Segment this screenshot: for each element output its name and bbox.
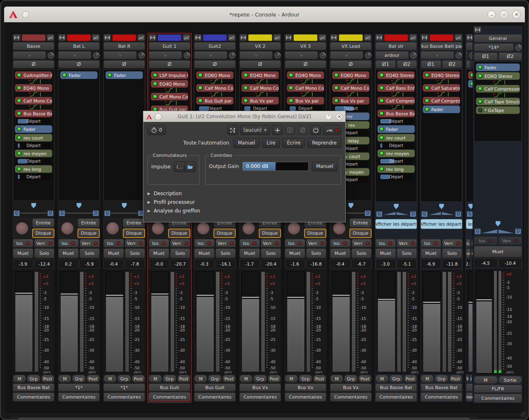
automation-play-button[interactable]: Lire [262, 138, 280, 148]
comments-button[interactable]: Commentaires [474, 394, 522, 403]
pan-widget[interactable]: GD [474, 220, 522, 236]
processor-calf-saturator[interactable]: Calf Saturator [423, 84, 460, 92]
mute-button[interactable]: Muet [285, 248, 305, 258]
plugin-active-led[interactable] [425, 107, 429, 112]
gain-fader[interactable] [196, 271, 214, 372]
processor-rev-long[interactable]: rev long [377, 165, 415, 173]
impulse-file-button[interactable]: (... [174, 161, 196, 172]
processor-bus-basse-batt-p[interactable]: Bus Basse Batt p [15, 110, 52, 117]
automation-manual-button[interactable]: Manuel [233, 138, 260, 148]
send-depart[interactable]: Départ [379, 142, 413, 149]
phase-invert-button[interactable]: Ø [285, 60, 326, 68]
output-gain-slider[interactable]: 0.000 dB [242, 162, 309, 171]
monitor-input-button[interactable]: Entrée [123, 218, 145, 228]
processor-calf-mono-comp[interactable]: Calf Mono Comp [15, 97, 52, 105]
narrow-width-button[interactable] [330, 34, 338, 41]
plugin-active-led[interactable] [334, 98, 339, 103]
pan-position-pointer[interactable] [394, 204, 399, 209]
processor-rev-long[interactable]: rev long [15, 165, 52, 173]
plugin-active-led[interactable] [153, 73, 157, 77]
gain-fader[interactable] [151, 271, 169, 372]
monitor-knob[interactable] [15, 222, 29, 235]
bypass-button[interactable] [310, 125, 321, 135]
strip-name-button[interactable]: Général [474, 34, 522, 42]
comments-button[interactable]: Commentaires [194, 392, 236, 401]
monitor-knob[interactable] [61, 222, 74, 235]
processor-rev-court[interactable]: rev court [15, 134, 52, 142]
plugin-active-led[interactable] [478, 86, 482, 91]
delete-preset-button[interactable] [297, 125, 308, 135]
peak-value[interactable]: -10.4 [499, 258, 522, 268]
mute-button[interactable]: Muet [239, 248, 260, 258]
mute-button[interactable]: Muet [194, 248, 215, 258]
add-preset-button[interactable] [272, 125, 283, 135]
narrow-width-button[interactable] [239, 34, 247, 41]
processor-fader[interactable]: Fader [377, 125, 415, 133]
plugin-active-led[interactable] [379, 135, 384, 140]
monitor-knob[interactable] [197, 222, 210, 235]
solo-isolate-button[interactable]: Iso. [330, 239, 351, 247]
gain-fader[interactable] [332, 271, 350, 372]
monitor-disk-button[interactable]: Disque [213, 229, 236, 238]
mute-button[interactable]: Muet [466, 248, 470, 258]
monitor-knob-cell[interactable] [103, 218, 122, 238]
processor-eq4q-mono[interactable]: EQ4Q Mono [241, 71, 279, 79]
pan-widget[interactable]: GD [58, 202, 100, 217]
plugin-active-led[interactable] [289, 73, 293, 77]
output-routing-button[interactable]: *1* [58, 383, 100, 392]
phase-invert-button[interactable]: Ø [149, 60, 190, 68]
comments-button[interactable]: Commentaires [58, 392, 100, 401]
input-source-button[interactable]: - [421, 51, 454, 59]
group-button[interactable]: Grp [435, 375, 448, 383]
narrow-width-button[interactable] [194, 34, 202, 41]
plugin-active-led[interactable] [379, 151, 384, 156]
strip-color-bar[interactable] [339, 34, 363, 41]
window-menu-button[interactable]: · [22, 11, 29, 18]
phase-invert-button[interactable]: Ø [58, 60, 100, 68]
processor-box[interactable]: Fader [103, 69, 145, 201]
strip-color-bar[interactable] [67, 34, 91, 41]
window-resize-grip[interactable] [521, 412, 527, 418]
phase-invert-button[interactable]: Ø [239, 60, 281, 68]
plugin-active-led[interactable] [198, 98, 203, 103]
solo-isolate-button[interactable]: Iso. [194, 239, 215, 247]
monitor-disk-button[interactable]: Disque [349, 229, 372, 238]
gain-value[interactable]: 0.2 [58, 259, 79, 269]
monitor-input-button[interactable]: Entrée [77, 218, 100, 228]
send-depart[interactable]: Départ [379, 158, 413, 164]
solo-button[interactable]: Solo [306, 248, 327, 258]
solo-lock-button[interactable]: Verr. [261, 239, 281, 247]
gain-fader[interactable] [241, 271, 260, 372]
processor-eq4q-mono[interactable]: EQ4Q Mono [15, 84, 52, 92]
solo-lock-button[interactable]: Verr. [442, 239, 463, 247]
processor-calf-mono-comp[interactable]: Calf Mono Comp [151, 93, 188, 100]
phase-invert-button[interactable]: Ø [103, 60, 145, 68]
metering-button[interactable]: M [421, 375, 434, 383]
gain-value[interactable]: -1.7 [239, 259, 260, 269]
solo-isolate-button[interactable]: Iso. [13, 239, 33, 247]
phase-invert-button[interactable]: Ø2 [499, 52, 522, 61]
strip-name-button[interactable]: VX Lead [330, 42, 372, 50]
narrow-width-button[interactable] [103, 34, 111, 41]
strip-color-bar[interactable] [384, 34, 408, 41]
gain-value[interactable]: -2.8 [466, 259, 470, 269]
strip-color-bar[interactable] [203, 34, 227, 41]
comments-button[interactable]: Commentaires [149, 392, 190, 401]
solo-lock-button[interactable]: Verr. [80, 239, 100, 247]
close-button[interactable]: ✕ [512, 10, 521, 19]
processor-eq4q-stereo[interactable]: EQ4Q Stereo [423, 71, 460, 79]
plugin-analysis-expander[interactable]: ▶ Analyse du greffon [147, 208, 341, 214]
dialog-close-button[interactable]: ✕ [336, 113, 343, 120]
narrow-width-button[interactable] [13, 34, 21, 41]
post-button[interactable]: Post [449, 375, 462, 383]
pan-position-pointer[interactable] [439, 204, 444, 209]
description-expander[interactable]: ▶ Description [147, 191, 341, 196]
solo-lock-button[interactable]: Verr. [34, 239, 55, 247]
gain-fader[interactable] [60, 271, 78, 372]
group-button[interactable]: Grp [72, 375, 85, 383]
show-sends-button[interactable]: Afficher les départs [421, 219, 462, 229]
processor-calf-compressor[interactable]: Calf Compressor [423, 97, 460, 105]
monitor-knob[interactable] [287, 222, 301, 235]
monitor-disk-button[interactable]: Disque [304, 229, 326, 238]
gain-value[interactable]: -3.0 [375, 259, 396, 269]
